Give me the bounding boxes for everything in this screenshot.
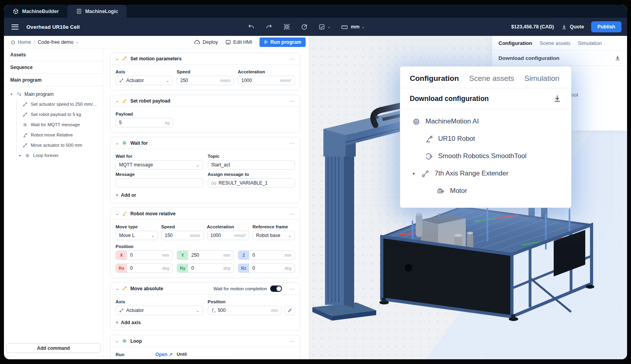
add-command-button[interactable]: Add command	[6, 343, 101, 353]
run-program-button[interactable]: Run program	[259, 37, 306, 47]
tree-item-set-robot-payload[interactable]: Set robot payload to 5 kg	[17, 109, 103, 119]
tree-root-main-program[interactable]: ▾ Main program	[4, 90, 103, 99]
tab-scene-assets[interactable]: Scene assets	[540, 40, 570, 46]
collapse-chevron-icon[interactable]: ⌄	[116, 339, 119, 343]
position-x-input[interactable]: X 0 mm	[116, 250, 173, 260]
tab-scene-assets[interactable]: Scene assets	[469, 74, 514, 83]
block-menu-icon[interactable]: ⋯	[289, 338, 295, 344]
sidebar-item-sequence[interactable]: Sequence	[4, 61, 103, 74]
validate-tool[interactable]: ⌄	[319, 24, 330, 30]
tree-item-robot-move-relative[interactable]: Robot move Relative	[17, 130, 103, 140]
plus-icon: +	[116, 319, 119, 325]
download-configuration-row[interactable]: Download configuration	[400, 88, 571, 109]
block-menu-icon[interactable]: ⋯	[289, 140, 295, 146]
plus-icon: +	[116, 192, 119, 198]
acceleration-input[interactable]: 1000 mm/s²	[238, 76, 295, 85]
acceleration-input[interactable]: 1000 mm/s²	[207, 231, 250, 240]
gripper-icon	[425, 152, 433, 161]
collapse-chevron-icon[interactable]: ⌄	[116, 141, 119, 145]
axis-ry-unit: deg	[223, 266, 233, 271]
block-menu-icon[interactable]: ⋯	[289, 98, 295, 104]
download-icon[interactable]	[553, 94, 562, 103]
add-axis-button[interactable]: + Add axis	[116, 319, 295, 325]
position-label: Position	[208, 299, 295, 304]
axis-z-unit: mm	[285, 253, 295, 258]
collapse-chevron-icon[interactable]: ⌄	[116, 99, 119, 103]
block-menu-icon[interactable]: ⋯	[289, 56, 295, 62]
until-select[interactable]: Forever ⌄	[177, 358, 234, 359]
payload-input[interactable]: 5 kg	[116, 118, 173, 127]
3d-viewport[interactable]: Configuration Scene assets Simulation Do…	[309, 36, 627, 359]
speed-gauge-icon[interactable]	[301, 23, 308, 30]
caret-down-icon[interactable]: ▾	[411, 171, 416, 176]
tab-machinelogic[interactable]: MachineLogic	[67, 5, 127, 18]
topic-input[interactable]: Start_act	[208, 160, 295, 170]
speed-input[interactable]: 150 mm/s	[161, 231, 204, 240]
tree-item-move-actuator[interactable]: Move actuator to 500 mm	[17, 140, 103, 150]
breadcrumb-project[interactable]: Code-free demo ⌄	[38, 39, 79, 45]
block-menu-icon[interactable]: ⋯	[289, 211, 295, 217]
sidebar-item-assets[interactable]: Assets	[4, 49, 103, 61]
wait-for-select[interactable]: MQTT message ⌄	[116, 160, 203, 170]
message-input[interactable]	[116, 178, 203, 188]
edit-position-button[interactable]	[285, 306, 295, 315]
tab-configuration[interactable]: Configuration	[498, 40, 532, 46]
deploy-button[interactable]: Deploy	[194, 39, 218, 45]
tab-simulation[interactable]: Simulation	[578, 40, 602, 46]
tree-item-smoothtool[interactable]: Smooth Robotics SmoothTool	[400, 147, 571, 165]
caret-right-icon[interactable]: ▸	[19, 153, 22, 157]
publish-button[interactable]: Publish	[591, 21, 622, 32]
position-ry-input[interactable]: Ry 0 deg	[177, 263, 234, 273]
wait-for-label: Wait for	[116, 154, 203, 159]
quote-button[interactable]: Quote	[561, 24, 584, 30]
reference-frame-select[interactable]: Robot base ⌄	[252, 231, 295, 240]
document-title: Overhead UR10e Cell	[26, 24, 80, 30]
add-or-button[interactable]: + Add or	[116, 192, 295, 198]
collapse-chevron-icon[interactable]: ⌄	[116, 211, 119, 216]
download-configuration-row[interactable]: Download configuration	[492, 50, 627, 66]
tab-configuration[interactable]: Configuration	[410, 74, 459, 83]
axis-select[interactable]: Actuator ⌄	[116, 76, 173, 85]
block-move-absolute: ⌄ Move absolute Wait for motion completi…	[110, 282, 300, 330]
open-sequence-link[interactable]: Open ↗	[155, 352, 173, 357]
move-type-select[interactable]: Move L ⌄	[116, 231, 158, 240]
tree-item-wait-mqtt[interactable]: Wait for MQTT message	[17, 119, 103, 130]
block-menu-icon[interactable]: ⋯	[289, 286, 295, 292]
menu-icon[interactable]	[11, 24, 19, 30]
tree-item-motor[interactable]: Motor	[400, 182, 571, 200]
collapse-icon[interactable]	[283, 23, 290, 30]
undo-icon[interactable]	[248, 23, 255, 30]
tree-item-label: Set robot payload to 5 kg	[31, 112, 81, 117]
axis-select[interactable]: Actuator ⌄	[116, 306, 203, 315]
position-z-input[interactable]: Z 0 mm	[238, 250, 295, 260]
redo-icon[interactable]	[265, 23, 273, 30]
collapse-chevron-icon[interactable]: ⌄	[116, 56, 119, 61]
motor-icon	[437, 187, 445, 195]
tree-item-loop-forever[interactable]: ▸ Loop forever	[17, 150, 103, 161]
tab-simulation[interactable]: Simulation	[525, 74, 560, 83]
tree-item-label: Smooth Robotics SmoothTool	[438, 152, 526, 160]
breadcrumb-home[interactable]: Home	[10, 39, 31, 45]
position-rx-input[interactable]: Rx 0 deg	[116, 263, 173, 273]
edit-hmi-button[interactable]: Edit HMI	[225, 39, 252, 45]
tree-item-ur10-robot[interactable]: UR10 Robot	[400, 130, 571, 147]
tree-item-set-actuator-speed[interactable]: Set actuator speed to 250 mm/...	[17, 99, 103, 109]
units-tool[interactable]: mm ⌄	[341, 24, 365, 30]
chevron-down-icon: ⌄	[166, 78, 169, 83]
collapse-chevron-icon[interactable]: ⌄	[116, 286, 119, 291]
run-sequence-select[interactable]: Production loop ⌄	[116, 359, 173, 359]
download-icon[interactable]	[614, 55, 621, 61]
assign-message-input[interactable]: (x) RESULT_VARIABLE_1	[208, 178, 295, 188]
wait-motion-completion-toggle[interactable]	[270, 286, 282, 292]
tree-item-machinemotion-ai[interactable]: MachineMotion AI	[400, 113, 571, 130]
tree-item-7th-axis[interactable]: ▾ 7th Axis Range Extender	[400, 165, 571, 182]
axis-label: Axis	[116, 299, 203, 304]
position-input[interactable]: ƒx 500 mm	[208, 306, 282, 315]
position-y-input[interactable]: Y 250 mm	[177, 250, 234, 260]
caret-down-icon[interactable]: ▾	[9, 92, 13, 96]
assign-message-label: Assign message to	[208, 172, 295, 177]
position-rz-input[interactable]: Rz 0 deg	[238, 263, 295, 273]
sidebar-item-main-program[interactable]: Main program	[4, 74, 103, 86]
tab-machinebuilder[interactable]: MachineBuilder	[4, 5, 67, 18]
speed-input[interactable]: 250 mm/s	[177, 76, 234, 85]
